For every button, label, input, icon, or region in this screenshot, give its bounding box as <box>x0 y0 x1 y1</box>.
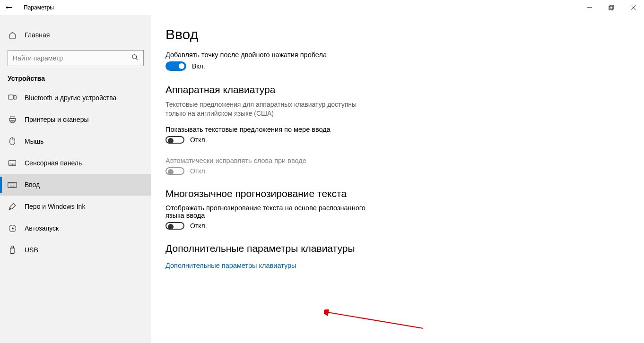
touchpad-icon <box>8 158 17 168</box>
setting-multilang-label: Отображать прогнозирование текста на осн… <box>165 204 374 219</box>
titlebar: 🠔 Параметры <box>0 0 644 15</box>
svg-rect-8 <box>14 96 17 100</box>
sidebar-item-bluetooth[interactable]: Bluetooth и другие устройства <box>0 87 151 109</box>
svg-rect-27 <box>10 248 14 253</box>
minimize-button[interactable] <box>579 0 600 15</box>
devices-icon <box>8 93 17 103</box>
window-controls <box>579 0 644 15</box>
svg-point-5 <box>132 55 137 59</box>
home-label: Главная <box>25 31 50 39</box>
printer-icon <box>8 115 17 124</box>
sidebar: Главная Устройства Bluetooth и другие ус… <box>0 15 151 343</box>
sidebar-item-label: Мышь <box>25 137 44 145</box>
svg-rect-11 <box>10 120 14 122</box>
home-nav[interactable]: Главная <box>0 26 151 44</box>
sidebar-item-typing[interactable]: Ввод <box>0 174 151 196</box>
search-icon <box>131 54 139 62</box>
svg-rect-7 <box>9 95 14 99</box>
toggle-suggestions[interactable] <box>165 136 184 144</box>
mouse-icon <box>8 137 17 146</box>
section-advanced: Дополнительные параметры клавиатуры <box>165 243 625 254</box>
window-title: Параметры <box>24 4 54 11</box>
search-input[interactable] <box>13 54 131 62</box>
toggle-space-period[interactable] <box>165 61 186 71</box>
sidebar-item-label: Ввод <box>25 181 40 189</box>
sidebar-item-autoplay[interactable]: Автозапуск <box>0 217 151 239</box>
back-button[interactable]: 🠔 <box>6 4 20 11</box>
section-hardware-keyboard: Аппаратная клавиатура <box>165 84 625 95</box>
sidebar-item-label: Принтеры и сканеры <box>25 116 88 123</box>
setting-autocorrect-label: Автоматически исправлять слова при вводе <box>165 157 625 164</box>
setting-suggestions-label: Показывать текстовые предложения по мере… <box>165 126 625 133</box>
sidebar-item-label: Bluetooth и другие устройства <box>25 94 116 102</box>
keyboard-icon <box>8 180 17 189</box>
maximize-button[interactable] <box>600 0 622 15</box>
toggle-autocorrect-state: Откл. <box>190 167 207 175</box>
section-hardware-desc: Текстовые предложения для аппаратных кла… <box>165 100 374 118</box>
svg-rect-2 <box>610 5 614 9</box>
close-button[interactable] <box>622 0 644 15</box>
sidebar-category: Устройства <box>0 75 151 87</box>
toggle-autocorrect <box>165 167 184 175</box>
sidebar-item-label: USB <box>25 246 38 254</box>
search-box[interactable] <box>8 50 144 66</box>
usb-icon <box>8 245 17 255</box>
sidebar-item-label: Автозапуск <box>25 224 59 232</box>
sidebar-item-usb[interactable]: USB <box>0 239 151 261</box>
svg-marker-25 <box>12 227 14 230</box>
page-title: Ввод <box>165 26 625 43</box>
sidebar-item-mouse[interactable]: Мышь <box>0 130 151 152</box>
svg-rect-10 <box>9 118 16 121</box>
main-content: Ввод Добавлять точку после двойного нажа… <box>151 15 644 343</box>
autoplay-icon <box>8 223 17 233</box>
toggle-multilang[interactable] <box>165 222 184 230</box>
toggle-space-state: Вкл. <box>192 62 205 70</box>
sidebar-item-label: Перо и Windows Ink <box>25 203 85 210</box>
sidebar-item-touchpad[interactable]: Сенсорная панель <box>0 152 151 174</box>
home-icon <box>8 30 17 40</box>
pen-icon <box>8 202 17 211</box>
section-multilang: Многоязычное прогнозирование текста <box>165 188 625 199</box>
sidebar-item-printers[interactable]: Принтеры и сканеры <box>0 109 151 130</box>
svg-rect-17 <box>8 182 17 188</box>
sidebar-item-label: Сенсорная панель <box>25 159 82 167</box>
svg-point-23 <box>10 208 11 209</box>
toggle-suggestions-state: Откл. <box>190 136 207 144</box>
toggle-multilang-state: Откл. <box>190 222 207 230</box>
setting-space-label: Добавлять точку после двойного нажатия п… <box>165 51 625 59</box>
advanced-keyboard-link[interactable]: Дополнительные параметры клавиатуры <box>165 262 296 269</box>
svg-rect-1 <box>609 6 613 10</box>
sidebar-item-pen[interactable]: Перо и Windows Ink <box>0 196 151 217</box>
svg-line-6 <box>136 58 138 60</box>
